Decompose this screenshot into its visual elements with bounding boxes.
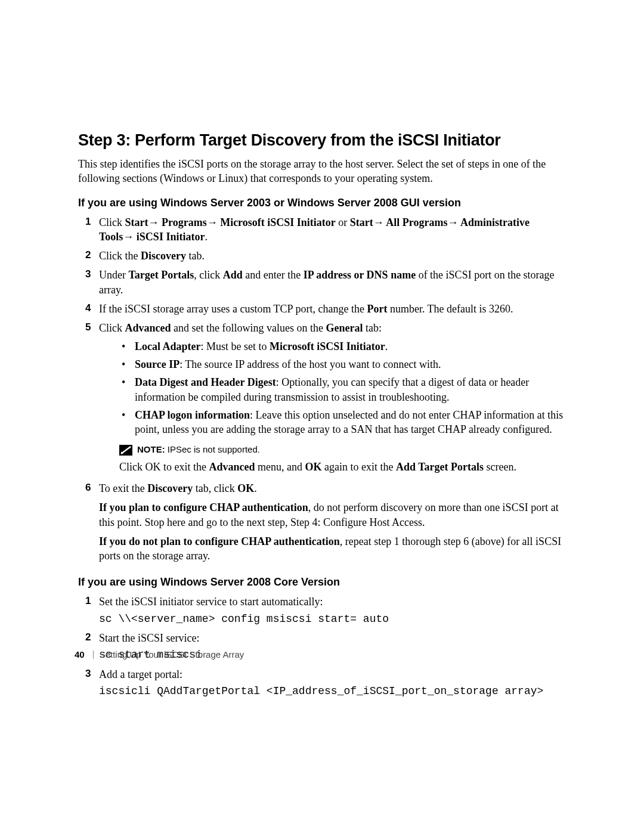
page-heading: Step 3: Perform Target Discovery from th…	[78, 131, 566, 150]
b-step-1-cmd: sc \\<server_name> config msiscsi start=…	[99, 612, 566, 626]
note-block: NOTE: IPSec is not supported.	[99, 444, 566, 456]
note-icon	[119, 445, 132, 456]
page-footer: 40 Setting Up Your iSCSI Storage Array	[75, 649, 244, 659]
step-5-after: Click OK to exit the Advanced menu, and …	[119, 460, 566, 474]
section-a-title: If you are using Windows Server 2003 or …	[78, 197, 566, 209]
b-step-3-cmd: iscsicli QAddTargetPortal <IP_address_of…	[99, 684, 566, 698]
b-step-1: Set the iSCSI initiator service to start…	[78, 594, 566, 631]
bullet-chap: CHAP logon information: Leave this optio…	[122, 408, 566, 441]
bullet-local-adapter: Local Adapter: Must be set to Microsoft …	[122, 339, 566, 357]
footer-divider	[93, 651, 94, 659]
bullet-data-digest: Data Digest and Header Digest: Optionall…	[122, 375, 566, 408]
step-2: Click the Discovery tab.	[78, 249, 566, 268]
b-step-3: Add a target portal: iscsicli QAddTarget…	[78, 667, 566, 704]
page-number: 40	[75, 649, 85, 659]
step-6: To exit the Discovery tab, click OK. If …	[78, 481, 566, 568]
bullet-source-ip: Source IP: The source IP address of the …	[122, 357, 566, 375]
b-step-3-text: Add a target portal:	[99, 668, 182, 680]
section-b-title: If you are using Windows Server 2008 Cor…	[78, 576, 566, 589]
step-5: Click Advanced and set the following val…	[78, 321, 566, 481]
step-6-p1: If you plan to configure CHAP authentica…	[99, 500, 566, 529]
intro-paragraph: This step identifies the iSCSI ports on …	[78, 157, 566, 186]
footer-title: Setting Up Your iSCSI Storage Array	[100, 649, 244, 659]
section-a-steps: Click Start→ Programs→ Microsoft iSCSI I…	[78, 215, 566, 568]
step-6-p2: If you do not plan to configure CHAP aut…	[99, 534, 566, 563]
step-4: If the iSCSI storage array uses a custom…	[78, 302, 566, 321]
step-3: Under Target Portals, click Add and ente…	[78, 268, 566, 302]
note-text: NOTE: IPSec is not supported.	[137, 444, 260, 456]
step-5-bullets: Local Adapter: Must be set to Microsoft …	[99, 339, 566, 441]
b-step-2-text: Start the iSCSI service:	[99, 632, 199, 644]
step-1: Click Start→ Programs→ Microsoft iSCSI I…	[78, 215, 566, 249]
b-step-1-text: Set the iSCSI initiator service to start…	[99, 596, 323, 608]
